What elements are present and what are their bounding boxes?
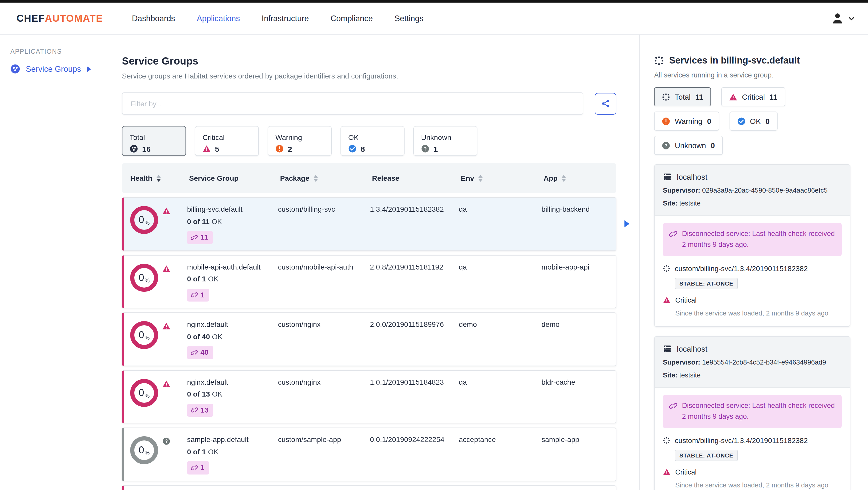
service-group-name: nginx.default <box>187 320 266 329</box>
unknown-icon <box>421 144 429 153</box>
broken-link-icon <box>191 234 198 241</box>
release-cell: 2.0.0/20190115189976 <box>370 320 459 359</box>
table-row[interactable]: 0% nginx.default 0 of 40 OK 40 custom/ng… <box>122 313 616 366</box>
table-row[interactable]: 0% nginx.default 0 of 13 OK 13 custom/ng… <box>122 370 616 423</box>
page-subtitle: Service groups are Habitat services orde… <box>122 72 616 80</box>
pill-warning[interactable]: Warning0 <box>654 111 719 131</box>
service-group-name: billing-svc.default <box>187 205 266 214</box>
disconnected-count-badge: 40 <box>187 346 213 359</box>
service-groups-table: Health Service Group Package Release Env… <box>122 163 616 490</box>
filter-input[interactable] <box>122 92 583 115</box>
brand-logo[interactable]: CHEFAUTOMATE <box>17 13 103 24</box>
share-icon <box>601 99 611 108</box>
since-text: Since the service was loaded, 2 months 9… <box>675 309 842 317</box>
health-donut: 0% <box>130 321 158 349</box>
table-row[interactable]: 0% billing-svc.default 0 of 11 OK 11 cus… <box>122 197 616 251</box>
warning-icon <box>275 144 284 153</box>
nav-dashboards[interactable]: Dashboards <box>132 14 175 23</box>
status-card-critical[interactable]: Critical 5 <box>195 126 259 156</box>
status-filter-cards: Total 16 Critical 5 Warning 2 OK 8 Unkno… <box>122 126 616 156</box>
status-card-total[interactable]: Total 16 <box>122 126 186 156</box>
critical-icon <box>203 144 211 153</box>
app-cell: mobile-app-api <box>541 263 616 301</box>
sort-icon <box>314 175 318 182</box>
since-text: Since the service was loaded, 2 months 9… <box>675 481 842 489</box>
package-cell: custom/nginx <box>278 378 370 417</box>
env-cell: demo <box>459 320 541 359</box>
broken-link-icon <box>191 291 198 299</box>
nav-compliance[interactable]: Compliance <box>331 14 373 23</box>
health-cell: 0% <box>130 320 187 359</box>
brand-chef: CHEF <box>17 13 45 24</box>
health-cell: 0% <box>130 205 187 244</box>
service-group-name: nginx.default <box>187 378 266 387</box>
pill-total[interactable]: Total11 <box>654 87 711 106</box>
package-icon <box>663 436 670 444</box>
sidebar-item-label: Service Groups <box>26 64 81 73</box>
caret-right-icon <box>87 66 91 72</box>
pill-unknown[interactable]: Unknown0 <box>654 136 722 155</box>
pill-ok[interactable]: OK0 <box>729 111 777 131</box>
site-line: Site: testsite <box>663 199 842 207</box>
column-header-app[interactable]: App <box>544 174 616 182</box>
user-icon <box>831 11 844 25</box>
total-icon <box>130 144 138 153</box>
host-name: localhost <box>677 345 707 353</box>
table-row[interactable]: 0% sample-app.default 0 of 1 OK 1 custom… <box>122 427 616 481</box>
nav-applications[interactable]: Applications <box>197 14 240 23</box>
table-header: Health Service Group Package Release Env… <box>122 163 616 193</box>
package-cell: custom/sample-app <box>278 435 370 474</box>
panel-title: Services in billing-svc.default <box>654 55 850 66</box>
sort-icon <box>562 175 566 182</box>
main-nav: Dashboards Applications Infrastructure C… <box>132 14 424 23</box>
channel-badge: STABLE: AT-ONCE <box>675 278 738 289</box>
nav-settings[interactable]: Settings <box>395 14 424 23</box>
selected-row-caret-icon[interactable] <box>624 220 630 228</box>
status-card-unknown[interactable]: Unknown 1 <box>413 126 477 156</box>
server-icon <box>663 172 672 181</box>
supervisor-line: Supervisor: 029a3a8a-20ac-4590-850e-9a4a… <box>663 186 842 194</box>
table-row[interactable]: 0% mobile-api-auth.default 0 of 1 OK 1 c… <box>122 255 616 308</box>
sidebar-item-service-groups[interactable]: Service Groups <box>0 64 103 74</box>
health-cell: 0% <box>130 378 187 417</box>
column-header-release: Release <box>372 174 461 182</box>
services-panel: Services in billing-svc.default All serv… <box>640 35 868 490</box>
service-group-name: sample-app.default <box>187 435 266 444</box>
status-card-ok[interactable]: OK 8 <box>340 126 405 156</box>
share-button[interactable] <box>595 93 616 115</box>
page-title: Service Groups <box>122 55 616 67</box>
status-card-warning[interactable]: Warning 2 <box>268 126 332 156</box>
app-cell: demo <box>541 320 616 359</box>
env-cell: qa <box>459 263 541 301</box>
window-edge <box>0 0 868 3</box>
column-header-package[interactable]: Package <box>280 174 372 182</box>
service-card: localhost Supervisor: 1e95554f-2cb8-4c52… <box>654 336 850 490</box>
disconnected-alert: Disconnected service: Last health check … <box>663 395 842 428</box>
critical-icon <box>729 93 737 101</box>
column-header-env[interactable]: Env <box>461 174 544 182</box>
env-cell: acceptance <box>459 435 541 474</box>
package-line: custom/billing-svc/1.3.4/20190115182382 <box>663 436 842 444</box>
health-donut: 0% <box>130 436 158 464</box>
package-cell: custom/mobile-api-auth <box>278 263 370 301</box>
services-icon <box>654 56 664 66</box>
column-header-health[interactable]: Health <box>130 174 189 182</box>
table-row[interactable] <box>122 485 616 490</box>
filter-row <box>122 92 616 115</box>
nav-infrastructure[interactable]: Infrastructure <box>262 14 309 23</box>
panel-subtitle: All services running in a service group. <box>654 71 850 79</box>
service-card-body: Disconnected service: Last health check … <box>655 216 850 326</box>
pill-critical[interactable]: Critical11 <box>721 87 785 106</box>
user-menu[interactable] <box>831 11 855 25</box>
service-groups-icon <box>10 64 20 74</box>
brand-automate: AUTOMATE <box>45 13 103 24</box>
server-icon <box>663 345 672 353</box>
critical-icon <box>162 322 170 330</box>
column-header-service-group: Service Group <box>189 174 280 182</box>
unknown-icon <box>162 437 170 445</box>
app-cell: sample-app <box>541 435 616 474</box>
chevron-down-icon <box>848 16 855 21</box>
service-status-pills: Total11 Critical11 Warning0 OK0 Unknown0 <box>654 87 850 155</box>
service-group-name: mobile-api-auth.default <box>187 263 266 271</box>
host-name: localhost <box>677 172 707 181</box>
